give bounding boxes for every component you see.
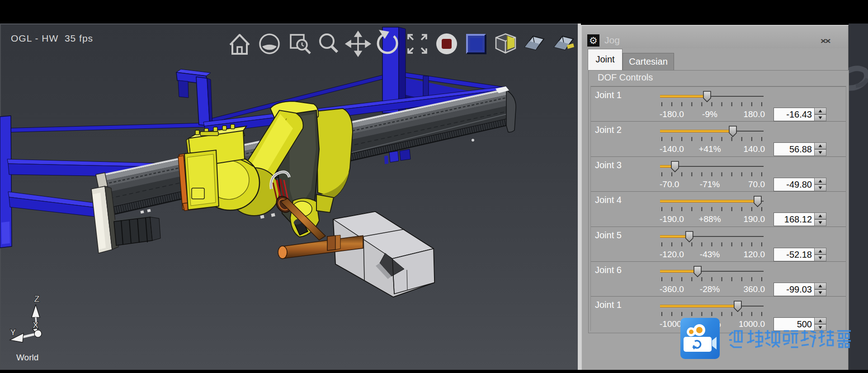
svg-text:Y: Y [10,327,16,337]
svg-text:World: World [16,353,38,362]
svg-text:Z: Z [34,293,40,304]
